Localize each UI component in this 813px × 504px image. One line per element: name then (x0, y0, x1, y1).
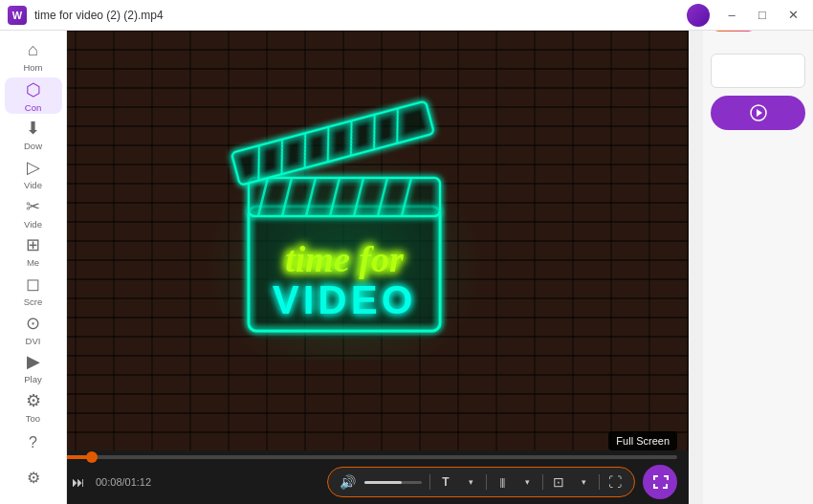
progress-track[interactable] (11, 455, 677, 459)
tools-icon: ⚙ (26, 390, 41, 411)
sidebar-label-download: Dow (24, 141, 42, 151)
fullscreen-circle-button[interactable] (643, 465, 677, 499)
close-button[interactable]: ✕ (780, 7, 805, 24)
divider-3 (542, 474, 543, 490)
sidebar-item-play[interactable]: ▶ Play (5, 350, 62, 387)
screen-icon: ◻ (26, 274, 40, 295)
window-controls: – □ ✕ (687, 4, 805, 27)
sidebar-label-dvd: DVI (26, 336, 41, 346)
fullscreen-button[interactable]: ⛶ (604, 471, 626, 493)
video-display: time for VIDEO (0, 0, 689, 450)
merge-icon: ⊞ (26, 234, 40, 255)
title-bar: W time for video (2) (2).mp4 – □ ✕ (0, 0, 813, 31)
maximize-button[interactable]: □ (750, 7, 775, 24)
video-tools-icon: ✂ (26, 196, 40, 217)
caption-button[interactable]: T (434, 471, 457, 493)
video-player: time for VIDEO (0, 0, 689, 504)
sidebar-label-merge: Me (27, 257, 39, 268)
controls-bar: ⏮ ⏸ ⏭ 00:08/01:12 🔊 T ▾ ||| ▾ ⊡ ▾ (0, 450, 689, 504)
right-panel-action-btn[interactable] (711, 54, 805, 88)
sidebar-label-play: Play (24, 374, 41, 384)
sidebar-label-tools: Too (26, 413, 40, 424)
speed-dropdown[interactable]: ▾ (516, 471, 538, 493)
video-edit-icon: ▷ (27, 157, 40, 178)
sidebar-label-screen: Scre (24, 296, 43, 307)
sidebar-item-tools[interactable]: ⚙ Too (5, 388, 62, 426)
sidebar: ⌂ Hom ⬡ Con ⬇ Dow ▷ Vide ✂ Vide ⊞ Me ◻ S… (0, 31, 67, 504)
minimize-button[interactable]: – (719, 7, 744, 24)
user-avatar[interactable] (687, 4, 710, 27)
settings-button[interactable]: ⚙ (18, 462, 49, 493)
divider-2 (486, 474, 487, 490)
divider-4 (599, 474, 600, 490)
caption-dropdown[interactable]: ▾ (459, 471, 482, 493)
sidebar-label-convert: Con (25, 102, 41, 113)
sidebar-item-convert[interactable]: ⬡ Con (5, 77, 62, 115)
sidebar-item-video-edit[interactable]: ▷ Vide (5, 155, 62, 192)
sidebar-label-video-edit: Vide (24, 180, 42, 190)
progress-thumb[interactable] (86, 451, 98, 463)
play-icon: ▶ (27, 351, 40, 372)
neon-graphic: time for VIDEO (0, 0, 689, 450)
title-bar-title: time for video (2) (2).mp4 (34, 9, 687, 22)
sidebar-label-video-tools: Vide (24, 219, 42, 230)
sidebar-item-dvd[interactable]: ⊙ DVI (5, 311, 62, 348)
divider-1 (429, 474, 430, 490)
sidebar-item-home[interactable]: ⌂ Hom (5, 38, 62, 76)
volume-slider[interactable] (364, 481, 422, 484)
volume-button[interactable]: 🔊 (336, 471, 359, 493)
right-panel-purple-btn[interactable] (711, 96, 805, 130)
time-display: 00:08/01:12 (96, 476, 151, 488)
next-button[interactable]: ⏭ (65, 469, 92, 495)
right-controls-group: 🔊 T ▾ ||| ▾ ⊡ ▾ ⛶ (327, 467, 635, 497)
help-button[interactable]: ? (18, 427, 49, 458)
sidebar-item-video-tools[interactable]: ✂ Vide (5, 194, 62, 231)
right-panel: version (703, 0, 813, 504)
sidebar-item-download[interactable]: ⬇ Dow (5, 116, 62, 153)
screenshot-dropdown[interactable]: ▾ (572, 471, 595, 493)
volume-fill (364, 481, 402, 484)
progress-row (11, 455, 677, 459)
video-background: time for VIDEO (0, 0, 689, 450)
home-icon: ⌂ (28, 40, 38, 60)
svg-marker-1 (757, 109, 762, 117)
convert-icon: ⬡ (26, 79, 41, 100)
svg-rect-22 (191, 92, 497, 360)
sidebar-label-home: Hom (23, 62, 42, 73)
sidebar-item-merge[interactable]: ⊞ Me (5, 233, 62, 271)
sidebar-item-screen[interactable]: ◻ Scre (5, 272, 62, 309)
sidebar-bottom: ? ⚙ (18, 427, 49, 504)
app-icon: W (8, 6, 27, 25)
screenshot-button[interactable]: ⊡ (547, 471, 570, 493)
download-icon: ⬇ (26, 118, 40, 139)
dvd-icon: ⊙ (26, 313, 40, 334)
speed-button[interactable]: ||| (491, 471, 514, 493)
controls-row: ⏮ ⏸ ⏭ 00:08/01:12 🔊 T ▾ ||| ▾ ⊡ ▾ (11, 465, 677, 499)
